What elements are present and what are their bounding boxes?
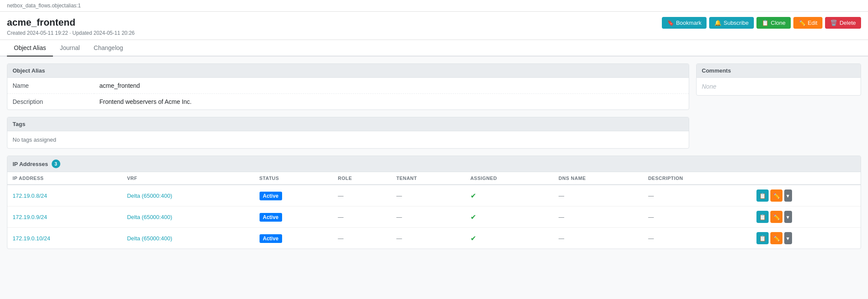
expand-button[interactable]: ▾ bbox=[784, 211, 792, 223]
cell-tenant: — bbox=[391, 206, 465, 228]
subscribe-button[interactable]: 🔔 Subscribe bbox=[709, 17, 754, 29]
edit-label: Edit bbox=[808, 20, 817, 26]
col-header-assigned: ASSIGNED bbox=[465, 172, 553, 185]
edit-row-button[interactable]: ✏️ bbox=[770, 211, 783, 223]
col-header-vrf: VRF bbox=[122, 172, 254, 185]
col-header-description: DESCRIPTION bbox=[643, 172, 751, 185]
tab-object-alias[interactable]: Object Alias bbox=[7, 40, 53, 56]
cell-dns: — bbox=[553, 228, 643, 249]
col-header-tenant: TENANT bbox=[391, 172, 465, 185]
field-value-description: Frontend webservers of Acme Inc. bbox=[94, 94, 689, 110]
top-bar: netbox_data_flows.objectalias:1 bbox=[0, 0, 868, 12]
edit-button[interactable]: ✏️ Edit bbox=[793, 17, 822, 29]
status-badge: Active bbox=[260, 213, 282, 222]
page-header: acme_frontend Created 2024-05-11 19:22 ·… bbox=[0, 12, 868, 40]
table-row: 172.19.0.10/24 Delta (65000:400) Active … bbox=[7, 228, 861, 249]
cell-ip: 172.19.0.9/24 bbox=[7, 206, 122, 228]
tab-journal[interactable]: Journal bbox=[53, 40, 87, 56]
vrf-link[interactable]: Delta (65000:400) bbox=[127, 214, 172, 220]
subscribe-label: Subscribe bbox=[723, 20, 749, 26]
ip-addresses-table: IP ADDRESS VRF STATUS ROLE TENANT ASSIGN… bbox=[7, 172, 861, 249]
cell-assigned: ✔ bbox=[465, 206, 553, 228]
row-actions: 📋 ✏️ ▾ bbox=[756, 232, 855, 244]
ip-addresses-label: IP Addresses bbox=[13, 161, 48, 167]
role-value: — bbox=[338, 193, 344, 199]
bookmark-label: Bookmark bbox=[676, 20, 702, 26]
cell-actions: 📋 ✏️ ▾ bbox=[751, 206, 861, 228]
field-value-name: acme_frontend bbox=[94, 78, 689, 94]
row-actions: 📋 ✏️ ▾ bbox=[756, 211, 855, 223]
clone-button[interactable]: 📋 Clone bbox=[756, 17, 791, 29]
page-header-left: acme_frontend Created 2024-05-11 19:22 ·… bbox=[7, 17, 135, 36]
cell-description: — bbox=[643, 185, 751, 206]
edit-row-button[interactable]: ✏️ bbox=[770, 232, 783, 244]
tabs: Object Alias Journal Changelog bbox=[0, 40, 868, 56]
clone-icon: 📋 bbox=[762, 20, 769, 26]
breadcrumb: netbox_data_flows.objectalias:1 bbox=[7, 3, 81, 9]
cell-dns: — bbox=[553, 206, 643, 228]
ip-link[interactable]: 172.19.0.10/24 bbox=[13, 235, 50, 242]
subscribe-icon: 🔔 bbox=[714, 20, 721, 26]
field-row-name: Name acme_frontend bbox=[7, 78, 689, 94]
cell-ip: 172.19.0.10/24 bbox=[7, 228, 122, 249]
cell-vrf: Delta (65000:400) bbox=[122, 228, 254, 249]
assigned-check-icon: ✔ bbox=[470, 192, 476, 199]
tags-card: Tags No tags assigned bbox=[7, 117, 689, 149]
tenant-value: — bbox=[396, 235, 402, 242]
tab-changelog[interactable]: Changelog bbox=[87, 40, 130, 56]
dns-value: — bbox=[559, 235, 564, 242]
description-value: — bbox=[648, 214, 654, 220]
field-label-description: Description bbox=[7, 94, 94, 110]
vrf-link[interactable]: Delta (65000:400) bbox=[127, 193, 172, 199]
col-header-dns: DNS NAME bbox=[553, 172, 643, 185]
expand-button[interactable]: ▾ bbox=[784, 232, 792, 244]
ip-link[interactable]: 172.19.0.8/24 bbox=[13, 193, 47, 199]
table-row: 172.19.0.8/24 Delta (65000:400) Active —… bbox=[7, 185, 861, 206]
page-meta: Created 2024-05-11 19:22 · Updated 2024-… bbox=[7, 30, 135, 36]
cell-ip: 172.19.0.8/24 bbox=[7, 185, 122, 206]
object-alias-table: Name acme_frontend Description Frontend … bbox=[7, 78, 689, 110]
status-badge: Active bbox=[260, 192, 282, 200]
ip-link[interactable]: 172.19.0.9/24 bbox=[13, 214, 47, 220]
cell-tenant: — bbox=[391, 185, 465, 206]
col-header-actions bbox=[751, 172, 861, 185]
cell-role: — bbox=[333, 185, 391, 206]
comments-card: Comments None bbox=[696, 63, 861, 96]
cell-description: — bbox=[643, 206, 751, 228]
left-column: Object Alias Name acme_frontend Descript… bbox=[7, 63, 689, 149]
comments-empty: None bbox=[697, 78, 861, 95]
breadcrumb-text: netbox_data_flows.objectalias:1 bbox=[7, 3, 81, 9]
delete-label: Delete bbox=[839, 20, 856, 26]
dns-value: — bbox=[559, 214, 564, 220]
copy-button[interactable]: 📋 bbox=[756, 189, 769, 202]
cell-status: Active bbox=[254, 206, 333, 228]
edit-row-button[interactable]: ✏️ bbox=[770, 189, 783, 202]
cell-actions: 📋 ✏️ ▾ bbox=[751, 228, 861, 249]
cell-role: — bbox=[333, 228, 391, 249]
status-badge: Active bbox=[260, 234, 282, 243]
copy-button[interactable]: 📋 bbox=[756, 211, 769, 223]
field-label-name: Name bbox=[7, 78, 94, 94]
dns-value: — bbox=[559, 193, 564, 199]
row-actions: 📋 ✏️ ▾ bbox=[756, 189, 855, 202]
tenant-value: — bbox=[396, 193, 402, 199]
cell-status: Active bbox=[254, 185, 333, 206]
delete-button[interactable]: 🗑️ Delete bbox=[825, 17, 861, 29]
right-column: Comments None bbox=[696, 63, 861, 149]
expand-button[interactable]: ▾ bbox=[784, 189, 792, 202]
description-value: — bbox=[648, 235, 654, 242]
action-buttons: 🔖 Bookmark 🔔 Subscribe 📋 Clone ✏️ Edit 🗑… bbox=[662, 17, 861, 29]
page-title: acme_frontend bbox=[7, 17, 135, 28]
description-value: — bbox=[648, 193, 654, 199]
tags-card-header: Tags bbox=[7, 117, 689, 131]
col-header-ip: IP ADDRESS bbox=[7, 172, 122, 185]
copy-button[interactable]: 📋 bbox=[756, 232, 769, 244]
col-header-status: STATUS bbox=[254, 172, 333, 185]
assigned-check-icon: ✔ bbox=[470, 213, 476, 221]
cell-vrf: Delta (65000:400) bbox=[122, 206, 254, 228]
vrf-link[interactable]: Delta (65000:400) bbox=[127, 235, 172, 242]
cell-vrf: Delta (65000:400) bbox=[122, 185, 254, 206]
edit-icon: ✏️ bbox=[799, 20, 806, 26]
table-row: 172.19.0.9/24 Delta (65000:400) Active —… bbox=[7, 206, 861, 228]
bookmark-button[interactable]: 🔖 Bookmark bbox=[662, 17, 707, 29]
